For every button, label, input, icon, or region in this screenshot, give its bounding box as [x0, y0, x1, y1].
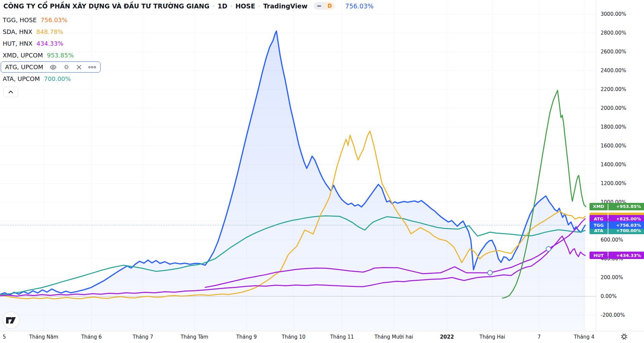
x-axis-label[interactable]: Tháng 7 [116, 334, 170, 340]
y-axis-label: 3000.00% [601, 11, 626, 17]
x-axis-label[interactable]: Tháng Mười hai [367, 334, 421, 340]
legend-collapse-button[interactable] [3, 87, 18, 97]
x-axis-label[interactable]: Tháng Hai [465, 334, 519, 340]
legend-symbol-label: ATG, UPCOM [5, 63, 43, 71]
legend-value-label: 848.78% [36, 28, 63, 35]
x-axis-label[interactable]: Tháng 10 [267, 334, 320, 340]
change-percent: 756.03% [345, 2, 374, 10]
y-axis-label: 2200.00% [601, 86, 626, 92]
legend-symbol-label: HUT, HNX [3, 40, 32, 47]
exchange-label: HOSE [235, 2, 255, 10]
interval-label[interactable]: 1D [218, 2, 227, 10]
legend-symbol-label: TGG, HOSE [3, 16, 37, 24]
legend-symbol-label: XMD, UPCOM [3, 52, 43, 59]
chevron-up-icon [8, 91, 13, 93]
y-axis-label: -200.00% [601, 312, 625, 318]
interval-letter[interactable]: D [325, 2, 335, 10]
legend-row-atg[interactable]: ATG, UPCOM [1, 61, 101, 73]
legend-panel: TGG, HOSE756.03%SDA, HNX848.78%HUT, HNX4… [3, 14, 101, 85]
legend-row-hut[interactable]: HUT, HNX434.33% [3, 38, 64, 49]
minus-icon[interactable] [314, 2, 325, 10]
y-axis-label: 0.00% [601, 293, 617, 299]
y-axis-label: 800.00% [601, 218, 623, 224]
legend-value-label: 700.00% [44, 75, 71, 82]
tradingview-chart-app: CÔNG TY CỔ PHẦN XÂY DỰNG VÀ ĐẦU TƯ TRƯỜN… [0, 0, 644, 343]
x-axis-label[interactable]: Tháng Tám [167, 334, 221, 340]
legend-row-wrap: TGG, HOSE756.03% [3, 14, 101, 26]
close-icon[interactable] [76, 64, 82, 70]
legend-value-label: 953.85% [47, 52, 74, 59]
symbol-title[interactable]: CÔNG TY CỔ PHẦN XÂY DỰNG VÀ ĐẦU TƯ TRƯỜN… [3, 2, 210, 10]
legend-value-label: 434.33% [36, 40, 63, 47]
legend-row-xmd[interactable]: XMD, UPCOM953.85% [3, 49, 74, 61]
legend-symbol-label: SDA, HNX [3, 28, 32, 35]
legend-row-wrap: SDA, HNX848.78% [3, 26, 101, 38]
x-axis-label[interactable]: Tháng 4 [557, 334, 611, 340]
legend-row-wrap: HUT, HNX434.33% [3, 38, 101, 49]
x-axis-label[interactable]: Tháng 6 [65, 334, 118, 340]
gear-icon[interactable] [63, 63, 70, 71]
separator-dot: · [213, 2, 215, 10]
y-axis-label: 2800.00% [601, 30, 626, 36]
platform-label[interactable]: TradingView [263, 2, 308, 10]
more-options-icon[interactable] [88, 66, 96, 69]
legend-row-wrap: XMD, UPCOM953.85% [3, 49, 101, 61]
legend-value-label: 756.03% [41, 16, 68, 24]
y-axis-label: 2400.00% [601, 68, 626, 74]
interval-badge[interactable]: D [314, 2, 335, 10]
separator-dot: · [230, 2, 232, 10]
y-axis-label: 600.00% [601, 237, 623, 243]
legend-row-ata[interactable]: ATA, UPCOM700.00% [3, 73, 71, 85]
separator-dot: · [258, 2, 260, 10]
time-scale[interactable]: 5Tháng NămTháng 6Tháng 7Tháng TámTháng 9… [0, 331, 644, 343]
y-axis-label: 2000.00% [601, 105, 626, 111]
legend-row-wrap: ATG, UPCOM [3, 61, 101, 73]
scale-settings-gear-icon[interactable] [620, 332, 629, 342]
legend-row-tgg[interactable]: TGG, HOSE756.03% [3, 14, 68, 26]
y-axis-label: 400.00% [601, 256, 623, 262]
y-axis-label: 1000.00% [601, 199, 626, 205]
data-point-marker [546, 247, 551, 251]
data-point-marker [488, 270, 492, 275]
price-scale[interactable]: 3000.00%2800.00%2600.00%2400.00%2200.00%… [596, 0, 644, 331]
legend-row-wrap: ATA, UPCOM700.00% [3, 73, 101, 85]
y-axis-label: 200.00% [601, 274, 623, 281]
x-axis-label[interactable]: Tháng 11 [315, 334, 369, 340]
legend-row-sda[interactable]: SDA, HNX848.78% [3, 26, 63, 38]
x-axis-label[interactable]: Tháng 9 [220, 334, 273, 340]
x-axis-label[interactable]: 5 [3, 334, 6, 340]
y-axis-label: 1800.00% [601, 124, 626, 130]
y-axis-label: 1200.00% [601, 180, 626, 186]
eye-icon[interactable] [49, 63, 57, 71]
y-axis-label: 2600.00% [601, 49, 626, 55]
legend-symbol-label: ATA, UPCOM [3, 75, 40, 82]
chart-header: CÔNG TY CỔ PHẦN XÂY DỰNG VÀ ĐẦU TƯ TRƯỜN… [3, 2, 374, 10]
y-axis-label: 1600.00% [601, 143, 626, 149]
y-axis-label: 1400.00% [601, 162, 626, 168]
x-axis-label[interactable]: Tháng Năm [17, 334, 71, 340]
tradingview-logo[interactable] [2, 311, 20, 330]
